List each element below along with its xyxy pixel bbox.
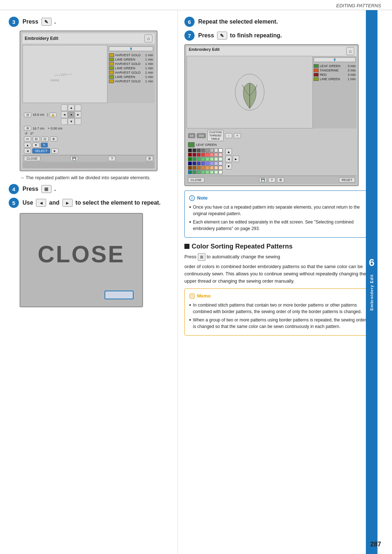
step3-header: 3 Press ✎ . — [9, 17, 171, 27]
step7-text: Press ✎ to finish repeating. — [198, 32, 282, 40]
home-btn[interactable]: ⌂ — [144, 34, 152, 42]
ee-plant-svg — [226, 69, 273, 116]
color-row-7: HARVEST GOLD 1 min — [109, 79, 153, 83]
color-body-2: order of colors in combined border embro… — [184, 263, 371, 285]
page-number: 287 — [370, 541, 381, 548]
angle-row: ↺ 0° — [24, 132, 153, 135]
note-title: i Note — [189, 194, 366, 202]
step7-area: 7 Press ✎ to finish repeating. Embroider… — [184, 30, 371, 186]
ee-color-4: LIME GREEN 1 min — [314, 77, 356, 81]
close-btn[interactable]: CLOSE — [24, 156, 40, 161]
svg-text:~~~⌇⌇⌇~~~: ~~~⌇⌇⌇~~~ — [54, 72, 73, 77]
extra-btn[interactable]: ⊕ — [50, 136, 57, 141]
step3-icon[interactable]: ✎ — [41, 18, 52, 26]
save-btn[interactable]: 💾 — [70, 156, 78, 161]
next-btn[interactable]: ► — [51, 148, 58, 153]
grid-up[interactable]: ▲ — [225, 148, 232, 155]
step3-note: → The repeated pattern will be divided i… — [20, 175, 171, 180]
settings-btn[interactable]: ⚙ — [146, 156, 153, 161]
grid-down[interactable]: ▼ — [225, 163, 232, 169]
count-left: 64 — [188, 133, 195, 138]
color-body-1: Press ⊞ to automatically change the sewi… — [184, 253, 371, 261]
page-container: EDITING PATTERNS 3 Press ✎ . Embroidery … — [0, 0, 392, 554]
header-title: EDITING PATTERNS — [336, 3, 381, 8]
size-row: ⊟ 16.6 cm | 🔒 ▲ ◄ ● ► — [24, 104, 153, 125]
ee-close-btn[interactable]: CLOSE — [188, 177, 204, 182]
color-row-1: HARVEST GOLD 1 min — [109, 53, 153, 57]
screen-top-area: ~~~⌇⌇⌇~~~ ʬʬʬʬʬʬ 🧵 HARVEST GOLD 1 min — [23, 45, 155, 103]
ee-bottom-icons: 💾 ? ⚙ — [259, 177, 284, 182]
note-box: i Note • Once you have cut a repeated pa… — [184, 190, 371, 238]
pattern-btn[interactable]: ⊟ — [33, 136, 40, 141]
count-right: 300 — [197, 133, 206, 138]
step7-circle: 7 — [184, 30, 195, 41]
ee-help-btn[interactable]: ? — [268, 177, 275, 182]
step4-icon[interactable]: ⊞ — [41, 185, 52, 193]
color-row-5: HARVEST GOLD 1 min — [109, 71, 153, 74]
page-header: EDITING PATTERNS — [0, 0, 392, 10]
custom-thread-btn[interactable]: CUSTOMTHREADTABLE — [207, 130, 224, 141]
swatch-3 — [109, 62, 114, 66]
sidebar-label: Embroidery Edit — [369, 274, 374, 311]
step7-header: 7 Press ✎ to finish repeating. — [184, 30, 371, 41]
ee-right: 🧵 LEAF GREEN 3 min TANGERINE 2 min — [313, 56, 356, 128]
screen-controls: ⊟ 16.6 cm | 🔒 ▲ ◄ ● ► — [23, 103, 155, 155]
chapter-number: 6 — [366, 254, 377, 271]
ee-thread-btn[interactable]: 🧵 — [314, 57, 356, 62]
nav-bar: ◄ SELECT ► — [24, 148, 153, 153]
select-btn[interactable]: SELECT — [32, 148, 50, 153]
swatch-1 — [109, 53, 114, 57]
ee-settings-btn[interactable]: ⚙ — [277, 177, 284, 182]
selected-color-cell[interactable] — [188, 170, 192, 174]
color-sort-inline-btn[interactable]: ⊞ — [198, 253, 205, 261]
grid-left[interactable]: ◄ — [225, 156, 232, 162]
step5-left-icon[interactable]: ◄ — [36, 199, 46, 207]
ee-minus-btn[interactable]: - — [225, 133, 232, 138]
help-btn[interactable]: ? — [108, 156, 115, 161]
grid-right[interactable]: ► — [233, 156, 239, 162]
thread-btn[interactable]: 🧵 — [109, 46, 153, 51]
right-sidebar: 6 Embroidery Edit — [366, 10, 377, 554]
memo-icon — [189, 293, 195, 299]
step6-area: 6 Repeat the selected element. — [184, 17, 371, 27]
step3-text: Press ✎ . — [23, 18, 56, 26]
screen-inner: ~~~⌇⌇⌇~~~ ʬʬʬʬʬʬ 🧵 HARVEST GOLD 1 min — [23, 45, 155, 168]
ee-save-btn[interactable]: 💾 — [259, 177, 267, 182]
pos-row: ⊞ 16.7 cm + 0.00 cm — [24, 126, 153, 131]
ee-reset-btn[interactable]: RESET — [339, 177, 355, 182]
mirror-btn[interactable]: ⊡ — [41, 136, 49, 141]
step5-circle: 5 — [9, 198, 19, 208]
ee-color-1: LEAF GREEN 3 min — [314, 64, 356, 68]
swatch-4 — [109, 66, 114, 70]
step5-header: 5 Use ◄ and ► to select the element to r… — [9, 198, 171, 208]
down-btn[interactable]: ▼ — [32, 143, 40, 148]
ee-body: 🧵 LEAF GREEN 3 min TANGERINE 2 min — [187, 56, 356, 128]
ee-plus-btn[interactable]: + — [234, 133, 241, 138]
grid-nav: ▲ ◄ ► ▼ — [225, 148, 239, 169]
right-column: 6 Repeat the selected element. 7 Press ✎ — [178, 10, 377, 554]
pencil-btn[interactable]: ✎ — [41, 143, 48, 148]
ee-swatch-3 — [314, 73, 319, 77]
up-btn[interactable]: ▲ — [24, 143, 31, 148]
ee-preview — [187, 56, 313, 128]
left-column: 3 Press ✎ . Embroidery Edit ⌂ — [0, 10, 178, 554]
flip-h-btn[interactable]: ⇔ — [24, 136, 31, 141]
prev-btn[interactable]: ◄ — [24, 148, 31, 153]
ee-swatch-4 — [314, 77, 319, 81]
blue-select-btn[interactable] — [105, 291, 134, 299]
ee-title: Embroidery Edit ⌂ — [187, 46, 356, 56]
memo-item-2: • When a group of two or more patterns u… — [189, 317, 366, 330]
ee-swatch-1 — [314, 64, 319, 68]
color-row-2: LIME GREEN 1 min — [109, 58, 153, 61]
color-row-4: LIME GREEN 1 min — [109, 66, 153, 70]
step5-right-icon[interactable]: ► — [62, 199, 73, 207]
step7-icon[interactable]: ✎ — [217, 32, 227, 40]
size-icon: ⊟ — [24, 112, 31, 117]
step6-text: Repeat the selected element. — [198, 19, 278, 25]
screen-bottom-bar: CLOSE 💾 ? ⚙ — [23, 155, 155, 162]
note-item-2: • Each element can be edited separately … — [189, 219, 366, 232]
color-row-3: HARVEST GOLD 1 min — [109, 62, 153, 66]
select-bar: ▲ ▼ ✎ — [24, 143, 153, 148]
section-square — [184, 244, 189, 249]
ee-home-btn[interactable]: ⌂ — [346, 47, 354, 55]
